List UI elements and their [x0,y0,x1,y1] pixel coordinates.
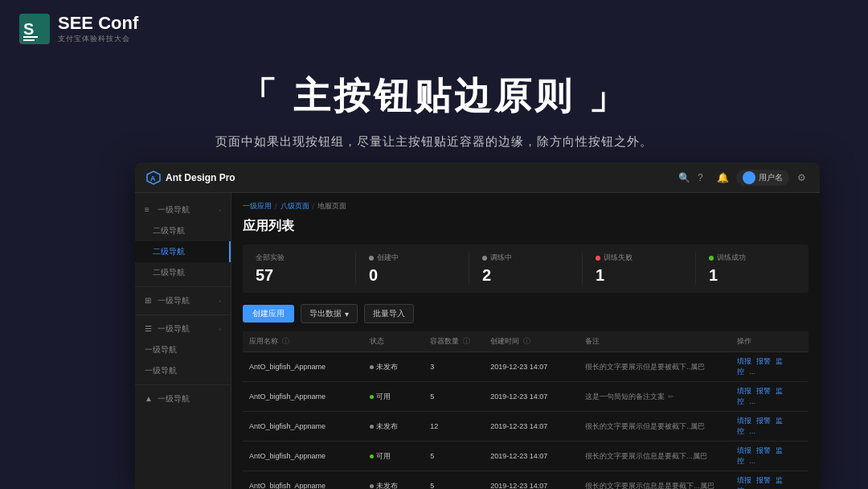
td-count: 5 [424,382,484,412]
remark-edit-icon[interactable]: ✏ [668,392,674,401]
action-link[interactable]: ... [749,368,755,376]
sidebar-item-1[interactable]: ≡ 一级导航 › [135,199,231,220]
td-count: 12 [424,412,484,442]
td-status: 未发布 [363,352,424,382]
user-badge[interactable]: 用户名 [736,170,789,186]
sidebar-label-7: 一级导航 [145,344,177,355]
action-link[interactable]: 填报 [737,476,751,484]
sidebar-item-2[interactable]: 二级导航 [135,220,231,241]
main-content: 一级应用 / 八级页面 / 地服页面 应用列表 全部实验 57 创建中 [231,193,820,489]
sidebar-item-3-active[interactable]: 二级导航 [135,241,231,262]
td-remark: 很长的文字要展示信息是要截下...属巴 [579,442,731,471]
action-link[interactable]: 报警 [756,417,771,425]
action-link[interactable]: 填报 [737,417,751,425]
sidebar-item-4[interactable]: 二级导航 [135,262,231,283]
td-app-name[interactable]: AntO_bigfish_Appname [243,382,363,412]
data-table: 应用名称 ⓘ 状态 容器数量 ⓘ 创建时间 ⓘ 备注 操作 AntO_bigfi… [243,331,809,489]
table-row: AntO_bigfish_Appname 未发布 12 2019-12-23 1… [243,412,809,442]
action-link[interactable]: 报警 [756,387,771,395]
td-app-name[interactable]: AntO_bigfish_Appname [243,352,363,382]
stat-label-1: 创建中 [369,253,456,263]
stat-item-4: 训练成功 1 [696,253,809,285]
th-action: 操作 [731,331,809,352]
svg-rect-3 [23,39,35,41]
remark-text: 很长的文字要展示信息是要截下...属巴 [585,452,707,460]
breadcrumb-item-2[interactable]: 八级页面 [280,201,309,212]
stat-dot-3 [596,256,600,261]
stat-value-2: 2 [482,266,569,285]
breadcrumb-item-1[interactable]: 一级应用 [243,201,272,212]
action-link[interactable]: 报警 [756,446,771,454]
see-conf-logo-icon: S [19,14,50,44]
action-link[interactable]: ... [749,457,755,465]
sidebar-divider-2 [135,314,231,315]
chevron-icon-5: › [219,298,221,305]
sidebar-item-8[interactable]: 一级导航 [135,360,231,381]
question-icon[interactable]: ? [698,172,709,183]
action-link[interactable]: ... [749,427,755,435]
bell-icon[interactable]: 🔔 [717,172,728,183]
action-link[interactable]: 填报 [737,387,751,395]
search-icon[interactable]: 🔍 [678,172,690,183]
remark-text: 这是一句简短的备注文案 [585,392,665,401]
td-status: 可用 [363,442,424,471]
th-info-name: ⓘ [282,337,289,345]
th-remark: 备注 [579,331,731,352]
breadcrumb-sep-1: / [275,203,277,211]
svg-text:A: A [150,175,156,183]
toolbar: 创建应用 导出数据 ▾ 批量导入 [243,304,809,323]
td-actions: 填报报警监控... [731,412,809,442]
sidebar-label-3: 二级导航 [153,246,185,257]
sidebar-group-1: ≡ 一级导航 › 二级导航 二级导航 二级导航 [135,199,231,283]
action-link[interactable]: ... [749,397,755,405]
td-count: 5 [424,442,484,471]
action-link[interactable]: 报警 [756,476,771,484]
td-app-name[interactable]: AntO_bigfish_Appname [243,412,363,442]
stat-value-4: 1 [709,266,796,285]
logo-title: SEE Conf [58,14,138,33]
stat-value-3: 1 [596,266,682,285]
td-count: 5 [424,471,484,490]
export-data-button[interactable]: 导出数据 ▾ [301,304,358,323]
stat-label-4: 训练成功 [709,253,796,263]
action-link[interactable]: 填报 [737,357,751,365]
breadcrumb-current: 地服页面 [317,201,346,212]
action-link[interactable]: 填报 [737,446,751,454]
table-row: AntO_bigfish_Appname 可用 5 2019-12-23 14:… [243,442,809,471]
td-app-name[interactable]: AntO_bigfish_Appname [243,471,363,490]
settings-icon[interactable]: ⚙ [797,172,809,183]
sidebar-icon-5: ⊞ [145,296,154,306]
create-app-button[interactable]: 创建应用 [243,305,294,323]
stat-label-0: 全部实验 [256,253,342,263]
td-actions: 填报报警监控... [731,442,809,471]
th-name: 应用名称 ⓘ [243,331,363,352]
app-logo: A Ant Design Pro [146,171,235,185]
stat-label-2: 调练中 [482,253,569,263]
sidebar-item-9[interactable]: ▲ 一级导航 [135,388,231,409]
stat-dot-1 [369,256,374,261]
td-app-name[interactable]: AntO_bigfish_Appname [243,442,363,471]
td-time: 2019-12-23 14:07 [484,352,579,382]
batch-import-button[interactable]: 批量导入 [364,304,414,323]
logo-text: SEE Conf 支付宝体验科技大会 [58,14,138,43]
breadcrumb-sep-2: / [313,203,315,211]
sidebar-item-5[interactable]: ⊞ 一级导航 › [135,290,231,311]
sidebar-item-6[interactable]: ☰ 一级导航 › [135,318,231,339]
sidebar-label-8: 一级导航 [145,365,177,376]
hero-section: 「 主按钮贴边原则 」 页面中如果出现按钮组，尽量让主按钮贴近容器的边缘，除方向… [0,58,868,162]
td-time: 2019-12-23 14:07 [484,382,579,412]
th-time: 创建时间 ⓘ [484,331,579,352]
sidebar-item-7[interactable]: 一级导航 [135,339,231,360]
action-link[interactable]: 报警 [756,357,771,365]
th-info-time: ⓘ [523,337,530,345]
status-indicator [370,484,374,488]
stats-row: 全部实验 57 创建中 0 调练中 2 [243,244,809,293]
export-dropdown-icon: ▾ [345,310,349,318]
sidebar-icon-6: ☰ [145,324,154,334]
user-avatar [743,171,755,184]
stat-dot-2 [482,256,487,261]
status-indicator [370,425,374,429]
sidebar-label-4: 二级导航 [153,267,185,278]
remark-text: 很长的文字要展示信息是是要截下...属巴 [585,482,714,490]
table-row: AntO_bigfish_Appname 未发布 3 2019-12-23 14… [243,352,809,382]
